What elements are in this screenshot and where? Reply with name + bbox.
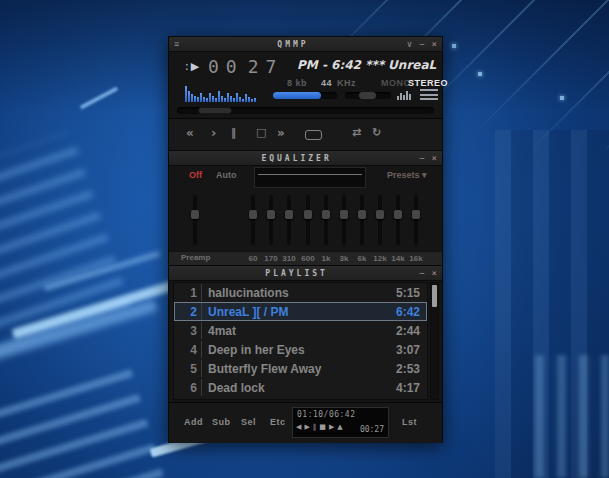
mini-next-button[interactable]: ▶	[329, 423, 334, 431]
eq-band-slider-310[interactable]	[287, 195, 291, 245]
lst-button[interactable]: Lst	[402, 417, 417, 427]
close-button[interactable]: ×	[432, 154, 437, 163]
eq-auto-button[interactable]: Auto	[216, 170, 237, 180]
playlist-row[interactable]: 6 Dead lock 4:17	[174, 378, 427, 397]
time-seconds: 27	[248, 56, 284, 77]
eq-band-slider-600[interactable]	[306, 195, 310, 245]
mini-pause-button[interactable]: ‖	[313, 423, 317, 431]
sub-button[interactable]: Sub	[212, 417, 231, 427]
playlist-row[interactable]: 5 Butterfly Flew Away 2:53	[174, 359, 427, 378]
wallpaper-dot	[452, 44, 456, 48]
seek-handle[interactable]	[198, 107, 232, 114]
mono-indicator: MONO	[381, 78, 411, 88]
spectrum-analyzer[interactable]	[185, 85, 265, 102]
mini-previous-button[interactable]: ◀	[296, 423, 301, 431]
scrollbar-thumb[interactable]	[432, 285, 437, 307]
pause-button[interactable]: ‖	[231, 126, 237, 140]
eq-band-slider-1k[interactable]	[324, 195, 328, 245]
eq-band-slider-6k[interactable]	[360, 195, 364, 245]
preamp-slider[interactable]	[193, 195, 197, 245]
play-button[interactable]: ›	[211, 126, 216, 140]
elapsed-time: 00:27	[360, 425, 384, 434]
balance-handle[interactable]	[359, 92, 376, 99]
repeat-button[interactable]: ↻	[372, 126, 381, 140]
playlist-toggle-button[interactable]	[420, 89, 438, 100]
close-button[interactable]: ×	[432, 269, 437, 278]
playlist-bottom-bar: Add Sub Sel Etc 01:10/06:42 ◀ ▶ ‖ ■ ▶ ▲ …	[169, 402, 442, 443]
next-button[interactable]: »	[277, 126, 285, 140]
eq-band-label: 14k	[391, 254, 404, 263]
mini-play-button[interactable]: ▶	[304, 423, 309, 431]
eq-band-slider-170[interactable]	[269, 195, 273, 245]
preamp-label: Preamp	[181, 253, 210, 262]
wallpaper-bottom-left-stripes	[0, 361, 164, 478]
eq-band-label: 6k	[358, 254, 367, 263]
sel-button[interactable]: Sel	[241, 417, 256, 427]
eq-band-label: 1k	[322, 254, 331, 263]
track-title: Dead lock	[208, 381, 396, 395]
eq-band-slider-12k[interactable]	[378, 195, 382, 245]
track-time-total: 01:10/06:42	[297, 410, 355, 419]
equalizer-window-title: EQUALIZER	[174, 154, 419, 163]
playlist-time-display: 01:10/06:42 ◀ ▶ ‖ ■ ▶ ▲ 00:27	[292, 407, 389, 438]
eq-band-label: 16k	[409, 254, 422, 263]
qmmp-window-stack: ≡ QMMP ∨ − × :▶ 0027 PM - 6:42 *** Unrea…	[168, 36, 443, 443]
desktop: { "colors": { "accent_blue": "#2e72d9", …	[0, 0, 609, 478]
equalizer-toggle-button[interactable]	[397, 89, 414, 100]
playback-status-icon: :▶	[185, 60, 200, 73]
wallpaper-streak	[44, 251, 161, 292]
playlist-row[interactable]: 4 Deep in her Eyes 3:07	[174, 340, 427, 359]
eq-band-slider-60[interactable]	[251, 195, 255, 245]
playlist-row[interactable]: 2 UnreaL ][ / PM 6:42	[174, 302, 427, 321]
eq-band-label: 60	[249, 254, 258, 263]
wallpaper-right-panels	[495, 130, 609, 478]
equalizer-titlebar[interactable]: EQUALIZER − ×	[169, 151, 442, 166]
track-title: 4mat	[208, 324, 396, 338]
main-titlebar[interactable]: ≡ QMMP ∨ − ×	[169, 37, 442, 52]
eq-band-slider-14k[interactable]	[396, 195, 400, 245]
etc-button[interactable]: Etc	[270, 417, 286, 427]
track-duration: 3:07	[396, 343, 426, 357]
playlist-window: PLAYLIST − × 1 hallucinations 5:15 2 Unr…	[168, 265, 443, 443]
wallpaper-streak	[80, 86, 119, 109]
track-title: Deep in her Eyes	[208, 343, 396, 357]
slider-handle[interactable]	[191, 210, 199, 219]
playlist-row[interactable]: 1 hallucinations 5:15	[174, 283, 427, 302]
eq-band-slider-16k[interactable]	[414, 195, 418, 245]
playlist-window-title: PLAYLIST	[174, 269, 419, 278]
previous-button[interactable]: «	[186, 126, 194, 140]
volume-fill	[273, 92, 321, 99]
stop-button[interactable]: □	[256, 126, 266, 140]
main-window-title: QMMP	[179, 40, 406, 49]
playlist-row[interactable]: 3 4mat 2:44	[174, 321, 427, 340]
track-duration: 5:15	[396, 286, 426, 300]
mini-stop-button[interactable]: ■	[319, 423, 326, 431]
track-duration: 2:53	[396, 362, 426, 376]
close-button[interactable]: ×	[432, 40, 437, 49]
eq-curve-display	[254, 167, 366, 188]
add-button[interactable]: Add	[184, 417, 203, 427]
shade-button[interactable]: ∨	[407, 40, 412, 49]
shuffle-button[interactable]: ⇄	[352, 126, 361, 140]
eq-band-label: 310	[282, 254, 295, 263]
playlist-scrollbar[interactable]	[430, 282, 439, 400]
track-title: Butterfly Flew Away	[208, 362, 396, 376]
time-display[interactable]: 0027	[208, 56, 283, 77]
minimize-button[interactable]: −	[419, 269, 424, 278]
minimize-button[interactable]: −	[419, 154, 424, 163]
volume-slider[interactable]	[273, 92, 337, 99]
playlist-titlebar[interactable]: PLAYLIST − ×	[169, 266, 442, 281]
open-file-button[interactable]	[305, 130, 322, 140]
balance-slider[interactable]	[345, 92, 391, 99]
stereo-indicator: STEREO	[408, 78, 448, 88]
bitrate-label: 8 kb	[287, 78, 307, 88]
seek-bar[interactable]	[177, 107, 434, 114]
eq-presets-button[interactable]: Presets ▾	[387, 170, 427, 180]
eq-off-button[interactable]: Off	[189, 170, 202, 180]
wallpaper-dot	[478, 72, 482, 76]
mini-eject-button[interactable]: ▲	[337, 423, 342, 431]
track-duration: 4:17	[396, 381, 426, 395]
minimize-button[interactable]: −	[419, 40, 424, 49]
eq-band-slider-3k[interactable]	[342, 195, 346, 245]
track-title-marquee[interactable]: PM - 6:42 *** UnreaL ][ /	[297, 58, 437, 72]
